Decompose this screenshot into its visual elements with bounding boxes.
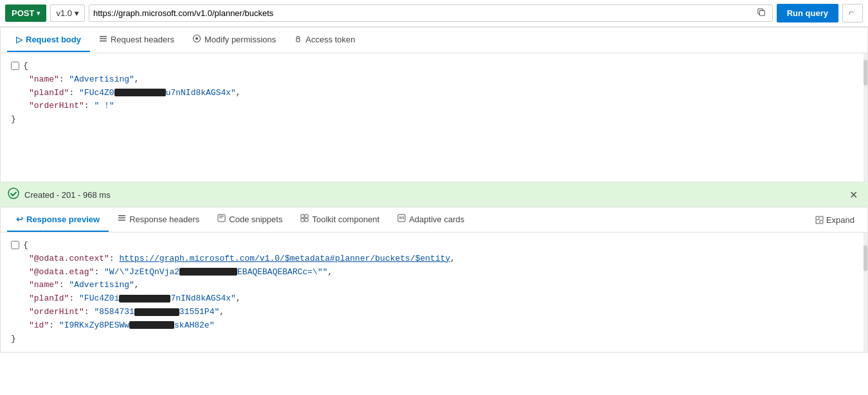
expand-button[interactable]: Expand (809, 210, 861, 230)
odata-context-link[interactable]: https://graph.microsoft.com/v1.0/$metada… (119, 254, 450, 263)
tab-access-token[interactable]: Access token (285, 28, 364, 53)
tab-request-headers[interactable]: Request headers (90, 28, 183, 53)
request-body-icon: ▷ (16, 35, 23, 44)
url-input[interactable] (93, 5, 754, 21)
response-tabs: ↩ Response preview Response headers Code… (1, 207, 867, 233)
tab-adaptive-cards[interactable]: Adaptive cards (388, 207, 473, 232)
svg-rect-12 (219, 216, 224, 216)
method-chevron: ▾ (37, 10, 40, 17)
status-bar: Created - 201 - 968 ms ✕ (0, 182, 868, 207)
response-panel: ↩ Response preview Response headers Code… (0, 207, 868, 353)
scrollbar-track-request (863, 53, 867, 182)
response-body-code: { "@odata.context": https://graph.micros… (1, 233, 867, 352)
svg-rect-19 (399, 216, 402, 219)
response-preview-icon: ↩ (16, 215, 23, 224)
tab-code-snippets[interactable]: Code snippets (208, 207, 291, 232)
tab-response-headers-label: Response headers (129, 215, 199, 224)
access-token-icon (294, 35, 302, 45)
adaptive-cards-icon (397, 214, 406, 224)
svg-rect-17 (305, 218, 308, 222)
request-panel: ▷ Request body Request headers Modify pe… (0, 27, 868, 182)
tab-modify-permissions[interactable]: Modify permissions (183, 28, 285, 53)
svg-rect-1 (100, 36, 107, 37)
svg-point-5 (195, 37, 198, 40)
svg-rect-22 (816, 216, 819, 220)
tab-toolkit-component[interactable]: Toolkit component (291, 207, 388, 232)
version-chevron: ▾ (75, 8, 79, 18)
status-text: Created - 201 - 968 ms (24, 190, 111, 200)
status-close-button[interactable]: ✕ (847, 189, 860, 201)
code-line-checkbox: { (11, 60, 857, 73)
svg-rect-16 (301, 218, 304, 222)
svg-rect-8 (118, 215, 125, 216)
svg-point-7 (8, 188, 19, 198)
version-label: v1.0 (56, 8, 72, 18)
svg-rect-21 (402, 218, 404, 220)
top-bar: POST ▾ v1.0 ▾ Run query (0, 0, 868, 27)
method-button[interactable]: POST ▾ (5, 4, 46, 22)
tab-request-body[interactable]: ▷ Request body (7, 28, 90, 52)
url-input-wrapper (89, 4, 773, 22)
tab-response-preview-label: Response preview (26, 215, 100, 224)
expand-label: Expand (826, 215, 854, 225)
method-label: POST (12, 8, 34, 18)
tab-response-headers[interactable]: Response headers (109, 207, 208, 232)
modify-permissions-icon (192, 34, 201, 45)
svg-rect-3 (100, 40, 107, 42)
svg-rect-9 (118, 218, 125, 219)
copy-url-button[interactable] (754, 6, 768, 20)
request-headers-icon (99, 35, 107, 45)
scrollbar-thumb-response[interactable] (863, 245, 867, 271)
response-body-checkbox[interactable] (11, 241, 19, 249)
scrollbar-track-response (863, 233, 867, 352)
svg-rect-6 (296, 39, 300, 42)
tab-access-token-label: Access token (305, 35, 355, 44)
svg-rect-13 (219, 218, 222, 218)
version-selector[interactable]: v1.0 ▾ (50, 4, 85, 22)
tab-request-headers-label: Request headers (111, 35, 174, 44)
status-check-icon (8, 188, 19, 202)
svg-rect-20 (402, 216, 404, 218)
response-headers-icon (118, 214, 126, 224)
svg-rect-0 (759, 10, 764, 15)
tab-request-body-label: Request body (26, 35, 81, 44)
request-body-code: { "name": "Advertising", "planId": "FUc4… (1, 53, 867, 182)
svg-rect-15 (305, 215, 308, 218)
tab-response-preview[interactable]: ↩ Response preview (7, 208, 109, 232)
svg-rect-10 (118, 220, 125, 221)
request-tabs: ▷ Request body Request headers Modify pe… (1, 28, 867, 53)
svg-rect-2 (100, 38, 107, 39)
svg-rect-23 (820, 220, 823, 224)
request-body-checkbox[interactable] (11, 62, 19, 70)
tab-code-snippets-label: Code snippets (229, 215, 282, 224)
status-left: Created - 201 - 968 ms (8, 188, 111, 202)
share-button[interactable] (842, 4, 863, 22)
tab-adaptive-cards-label: Adaptive cards (409, 215, 464, 224)
tab-toolkit-component-label: Toolkit component (312, 215, 379, 224)
svg-rect-14 (301, 215, 304, 218)
scrollbar-thumb-request[interactable] (863, 60, 867, 85)
code-snippets-icon (217, 214, 226, 224)
tab-modify-permissions-label: Modify permissions (204, 35, 276, 44)
toolkit-icon (300, 214, 309, 224)
run-query-button[interactable]: Run query (777, 4, 838, 22)
